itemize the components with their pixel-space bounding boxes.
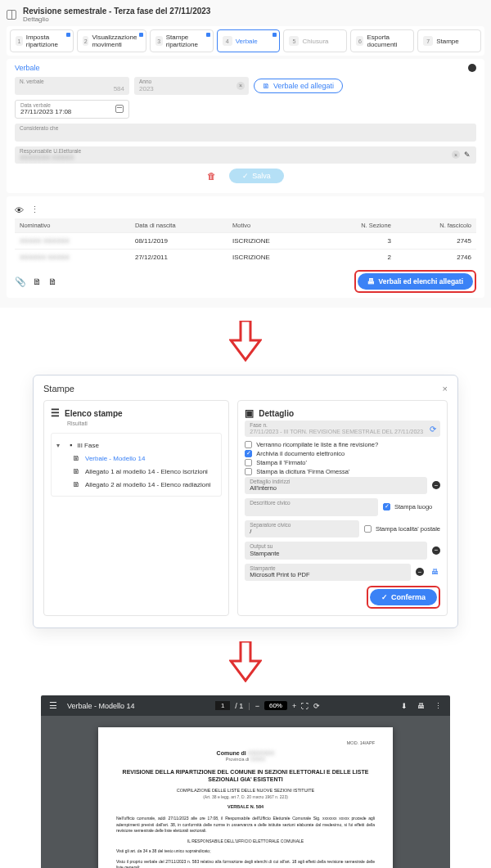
- tab-4[interactable]: 4Verbale: [217, 29, 281, 52]
- tab-label: Visualizzazione movimenti: [92, 34, 140, 48]
- visibility-icon[interactable]: 👁: [15, 205, 24, 215]
- stampante-field[interactable]: Stampante Microsoft Print to PDF: [245, 564, 411, 582]
- file-icon[interactable]: 🗎: [33, 277, 42, 287]
- zoom-level: 60%: [264, 701, 287, 710]
- tree-item[interactable]: 🗎Allegato 1 al modello 14 - Elenco iscri…: [73, 465, 216, 478]
- output-field[interactable]: Output su Stampante: [245, 542, 427, 560]
- clear-icon[interactable]: ×: [452, 151, 460, 159]
- clear-icon[interactable]: ×: [236, 82, 245, 90]
- print-icon[interactable]: 🖶: [417, 702, 425, 710]
- records-table: Nominativo Data di nascita Motivo N. Sez…: [15, 218, 476, 265]
- edit-icon[interactable]: ✎: [464, 151, 472, 159]
- considerato-field[interactable]: Considerato che: [15, 124, 476, 142]
- tab-label: Verbale: [236, 38, 258, 45]
- download-icon[interactable]: ⬇: [401, 702, 408, 710]
- conferma-button[interactable]: ✓ Conferma: [370, 589, 437, 605]
- file-icon: 🗎: [73, 467, 80, 475]
- collapse-icon[interactable]: [468, 64, 476, 72]
- page-title: Revisione semestrale - Terza fase del 27…: [23, 7, 210, 16]
- tab-1[interactable]: 1Imposta ripartizione: [10, 29, 74, 52]
- detail-icon: ▣: [245, 407, 254, 419]
- zoom-in-icon[interactable]: +: [292, 702, 296, 710]
- status-square-icon: [139, 33, 143, 37]
- flow-arrow-icon: [0, 308, 491, 375]
- pdf-name: Verbale - Modello 14: [67, 702, 135, 710]
- attach-icon[interactable]: 📎: [15, 277, 26, 287]
- tree-item[interactable]: 🗎Allegato 2 al modello 14 - Elenco radia…: [73, 478, 216, 491]
- checkbox[interactable]: [245, 459, 252, 466]
- verbale-allegati-chip[interactable]: 🗎 Verbale ed allegati: [254, 79, 343, 93]
- stampa-luogo-checkbox[interactable]: [383, 503, 390, 510]
- tab-2[interactable]: 2Visualizzazione movimenti: [77, 29, 146, 52]
- tab-label: Esporta documenti: [367, 34, 408, 48]
- stampa-localita-checkbox[interactable]: [364, 525, 372, 533]
- document-icon: 🗎: [263, 82, 270, 90]
- dialog-title: Stampe: [43, 384, 74, 394]
- tab-6[interactable]: 6Esporta documenti: [350, 29, 414, 52]
- folder-icon: ▪: [70, 441, 72, 449]
- checkbox[interactable]: [245, 468, 252, 475]
- tab-3[interactable]: 3Stampe ripartizione: [150, 29, 214, 52]
- list-icon: ☰: [51, 407, 60, 419]
- file-add-icon[interactable]: 🗎: [48, 277, 57, 287]
- table-row[interactable]: XXXXX XXXXXX08/11/2019ISCRIZIONE32745: [15, 233, 476, 250]
- zoom-out-icon[interactable]: −: [255, 702, 259, 710]
- file-icon: 🗎: [73, 454, 80, 462]
- fit-icon[interactable]: ⛶: [301, 702, 309, 710]
- page-subtitle: Dettaglio: [23, 16, 210, 23]
- tree-item[interactable]: 🗎Verbale - Modello 14: [73, 452, 216, 465]
- checkbox[interactable]: [245, 450, 252, 457]
- status-square-icon: [273, 33, 277, 37]
- save-button[interactable]: ✓ Salva: [229, 169, 284, 183]
- tab-label: Stampe ripartizione: [166, 34, 208, 48]
- tab-label: Imposta ripartizione: [26, 34, 68, 48]
- page-input[interactable]: [215, 701, 230, 710]
- close-icon[interactable]: ×: [443, 384, 448, 394]
- print-icon: 🖶: [367, 277, 375, 286]
- status-square-icon: [66, 33, 70, 37]
- pdf-page: MOD. 14/APF Comune di XXXXXXX Provincia …: [98, 727, 393, 868]
- table-row[interactable]: XXXXXX XXXXX27/12/2011ISCRIZIONE22746: [15, 250, 476, 266]
- checkbox[interactable]: [245, 441, 252, 448]
- data-verbale-field[interactable]: Data verbale 27/11/2023 17:08: [15, 100, 129, 119]
- flow-arrow-icon: [0, 628, 491, 695]
- dettaglio-indirizzi-field[interactable]: Dettaglio indirizzi All'interno: [245, 477, 427, 495]
- tab-label: Stampe: [436, 38, 459, 45]
- collapse-icon[interactable]: −: [432, 546, 440, 555]
- card-title: Verbale: [15, 64, 40, 72]
- status-square-icon: [206, 33, 210, 37]
- verbali-elenchi-button[interactable]: 🖶 Verbali ed elenchi allegati: [358, 273, 473, 290]
- num-verbale-field: N. verbale 584: [15, 77, 129, 95]
- collapse-icon[interactable]: −: [432, 481, 440, 489]
- tab-5: 5Chiusura: [283, 29, 347, 52]
- tab-label: Chiusura: [302, 38, 328, 45]
- delete-icon[interactable]: 🗑: [207, 171, 216, 181]
- more-icon[interactable]: ⋮: [30, 205, 39, 215]
- rotate-icon[interactable]: ⟳: [313, 702, 320, 710]
- anno-field: Anno 2023 ×: [134, 77, 249, 95]
- fase-field: Fase n. 27/11/2023 - III TORN. REVISIONE…: [245, 421, 440, 437]
- panel-icon: [7, 10, 16, 20]
- print-icon[interactable]: 🖶: [429, 566, 440, 578]
- separatore-civico-field[interactable]: Separatore civico /: [245, 520, 359, 538]
- file-icon: 🗎: [73, 480, 80, 488]
- descrittore-civico-field[interactable]: Descrittore civico: [245, 498, 378, 516]
- menu-icon[interactable]: ☰: [49, 700, 57, 711]
- caret-down-icon[interactable]: ▾: [56, 442, 65, 449]
- tree-root[interactable]: ▾ ▪ III Fase: [56, 438, 216, 452]
- responsabile-field: Responsabile U.Elettorale XXXXXXX XXXXX …: [15, 146, 476, 164]
- collapse-icon[interactable]: −: [416, 568, 424, 576]
- more-icon[interactable]: ⋮: [435, 702, 442, 710]
- tab-7[interactable]: 7Stampe: [417, 29, 481, 52]
- refresh-icon[interactable]: ⟳: [430, 424, 436, 433]
- calendar-icon[interactable]: [115, 105, 124, 113]
